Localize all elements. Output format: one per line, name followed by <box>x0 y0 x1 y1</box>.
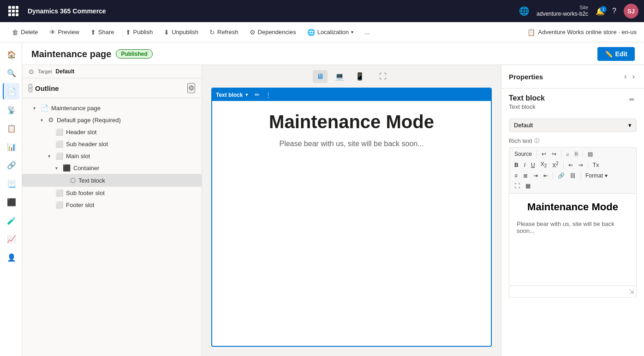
rt-italic-button[interactable]: I <box>522 160 528 170</box>
desktop-view-button[interactable]: 🖥 <box>313 70 328 83</box>
dependencies-button[interactable]: ⚙ Dependencies <box>245 26 301 39</box>
properties-block-subtitle: Text block <box>509 103 545 110</box>
nav-actions: 🌐 Site adventure-works-b2c 🔔 1 ? SJ <box>519 4 638 18</box>
globe-button[interactable]: 🌐 <box>519 6 529 16</box>
rt-ol-button[interactable]: ≡ <box>512 171 520 180</box>
rt-block-button[interactable]: ▦ <box>523 181 533 190</box>
rt-copy-button[interactable]: ⎘ <box>572 149 580 159</box>
sidebar-module[interactable]: ⬛ <box>3 194 19 210</box>
target-label: Target <box>38 69 52 74</box>
rt-indent-button[interactable]: ⇥ <box>531 171 540 180</box>
sidebar-signals[interactable]: 📡 <box>3 101 19 118</box>
richtext-toolbar-row2: B I U X2 X2 ⇐ ⇒ Tx <box>512 160 633 170</box>
tree-item-maintenance-page[interactable]: ▾ 📄 Maintenance page <box>22 102 202 114</box>
delete-button[interactable]: 🗑 Delete <box>7 26 43 39</box>
text-block-more-button[interactable]: ⋮ <box>263 90 273 99</box>
rt-table-button[interactable]: ▤ <box>585 149 595 159</box>
rt-format-dropdown[interactable]: Format ▾ <box>583 171 610 180</box>
canvas-heading: Maintenance Mode <box>226 112 477 132</box>
outline-collapse-button[interactable]: ‹ <box>29 84 32 92</box>
sidebar-chart[interactable]: 📈 <box>3 231 19 247</box>
rt-rtl-button[interactable]: ⇒ <box>576 160 585 170</box>
rt-ul-button[interactable]: ≣ <box>521 171 530 180</box>
rich-text-editor: Source ↩ ↪ ⌕ ⎘ ▤ B <box>509 147 637 297</box>
notification-badge: 1 <box>600 6 607 12</box>
outline-title: Outline <box>35 84 59 92</box>
rt-link-button[interactable]: 🔗 <box>555 171 567 180</box>
richtext-content[interactable]: Maintenance Mode Please bear with us, si… <box>509 194 637 286</box>
tree-item-sub-footer-slot[interactable]: ⬜ Sub footer slot <box>22 187 202 199</box>
outline-title-row: ‹ Outline <box>29 84 59 92</box>
sidebar-home[interactable]: 🏠 <box>3 46 19 63</box>
info-icon[interactable]: ⓘ <box>534 137 539 144</box>
edit-button[interactable]: ✏️ Edit <box>597 47 635 61</box>
tree-label: Footer slot <box>66 202 197 208</box>
tree-item-sub-header-slot[interactable]: ⬜ Sub header slot <box>22 138 202 150</box>
top-nav: Dynamics 365 Commerce 🌐 Site adventure-w… <box>0 0 644 22</box>
sidebar-flask[interactable]: 🧪 <box>3 212 19 229</box>
refresh-button[interactable]: ↻ Refresh <box>205 26 243 39</box>
share-icon: ⬆ <box>90 29 96 36</box>
rt-redo-button[interactable]: ↪ <box>549 149 559 159</box>
rt-clear-button[interactable]: Tx <box>590 160 601 170</box>
rt-bold-button[interactable]: B <box>512 160 521 170</box>
rt-sep6 <box>553 172 553 179</box>
rt-subscript-button[interactable]: X2 <box>538 160 549 170</box>
rt-source-button[interactable]: Source <box>512 149 534 159</box>
rt-search-button[interactable]: ⌕ <box>564 149 572 159</box>
menu-button[interactable] <box>6 4 23 18</box>
preview-icon: 👁 <box>49 29 56 36</box>
rt-unlink-button[interactable]: ⛓ <box>568 171 578 180</box>
tree-item-main-slot[interactable]: ▾ ⬜ Main slot <box>22 150 202 162</box>
dependencies-icon: ⚙ <box>250 29 256 36</box>
rt-sep2 <box>561 150 561 158</box>
tree-label: Text block <box>78 177 191 184</box>
rt-outdent-button[interactable]: ⇤ <box>541 171 550 180</box>
tree-item-header-slot[interactable]: ⬜ Header slot <box>22 126 202 138</box>
outline-settings-button[interactable]: ⚙ <box>187 83 195 93</box>
properties-edit-button[interactable]: ✏ <box>627 94 637 105</box>
notification-button[interactable]: 🔔 1 <box>596 7 605 16</box>
rt-fullscreen-button[interactable]: ⛶ <box>512 181 522 190</box>
more-button[interactable]: ... <box>360 26 374 38</box>
tree-item-default-page[interactable]: ▾ ⚙ Default page (Required) <box>22 114 202 126</box>
sidebar-list[interactable]: 📋 <box>3 120 19 136</box>
tree-label: Container <box>73 165 197 172</box>
tree-item-text-block[interactable]: ⬡ Text block ··· <box>22 174 202 187</box>
tablet-view-button[interactable]: 💻 <box>331 70 348 83</box>
app-title: Dynamics 365 Commerce <box>28 7 106 15</box>
sidebar-links[interactable]: 🔗 <box>3 157 19 173</box>
text-block-chevron[interactable]: ▾ <box>245 92 248 98</box>
properties-prev-button[interactable]: ‹ <box>622 71 628 83</box>
rt-undo-button[interactable]: ↩ <box>539 149 549 159</box>
help-button[interactable]: ? <box>612 7 616 15</box>
unpublish-button[interactable]: ⬇ Unpublish <box>159 26 203 39</box>
sidebar-analytics[interactable]: 📊 <box>3 138 19 155</box>
page-header: Maintenance page Published ✏️ Edit <box>22 42 644 65</box>
rt-sep7 <box>580 172 581 179</box>
avatar[interactable]: SJ <box>624 4 638 18</box>
localization-button[interactable]: 🌐 Localization ▾ <box>303 26 358 39</box>
mobile-view-button[interactable]: 📱 <box>352 70 368 83</box>
rt-underline-button[interactable]: U <box>529 160 537 170</box>
rt-ltr-button[interactable]: ⇐ <box>566 160 575 170</box>
expand-button[interactable]: ⛶ <box>376 70 390 83</box>
properties-dropdown[interactable]: Default ▾ <box>509 119 637 132</box>
resize-handle[interactable]: ⇲ <box>629 288 634 295</box>
rt-superscript-button[interactable]: X2 <box>550 160 561 170</box>
richtext-heading: Maintenance Mode <box>517 201 629 213</box>
tree-item-footer-slot[interactable]: ⬜ Footer slot <box>22 199 202 211</box>
main-toolbar: 🗑 Delete 👁 Preview ⬆ Share ⬆ Publish ⬇ U… <box>0 22 644 42</box>
sidebar-pages[interactable]: 📄 <box>3 83 19 100</box>
share-button[interactable]: ⬆ Share <box>86 26 119 39</box>
properties-next-button[interactable]: › <box>631 71 637 83</box>
sidebar-document[interactable]: 📃 <box>3 175 19 192</box>
publish-button[interactable]: ⬆ Publish <box>121 26 158 39</box>
preview-button[interactable]: 👁 Preview <box>45 26 84 39</box>
richtext-toolbar-row3: ≡ ≣ ⇥ ⇤ 🔗 ⛓ Format ▾ <box>512 171 633 180</box>
text-block-toolbar: Text block ▾ ✏ ⋮ <box>212 89 491 101</box>
text-block-edit-button[interactable]: ✏ <box>253 90 262 99</box>
tree-item-container[interactable]: ▾ ⬛ Container <box>22 162 202 174</box>
sidebar-search[interactable]: 🔍 <box>3 65 19 81</box>
sidebar-people[interactable]: 👤 <box>3 249 19 266</box>
